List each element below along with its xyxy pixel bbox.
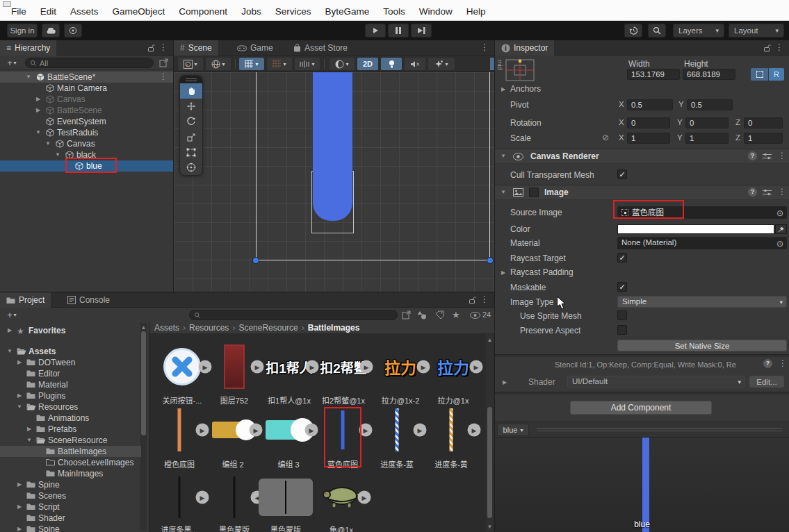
expand-sprites-icon[interactable]: ▶ [196,424,209,437]
pause-button[interactable] [388,24,409,38]
material-field[interactable]: None (Material) ⊙ [617,237,787,249]
measure-dropdown[interactable]: ▾ [295,58,320,70]
asset-thumbnail[interactable]: 拉力 [384,355,416,379]
project-folder-animations[interactable]: Animations [0,413,141,424]
grid-visibility-toggle[interactable]: ▾ [239,58,264,70]
open-search-window-icon[interactable] [159,58,168,67]
asset-thumbnail[interactable] [450,408,453,451]
create-button[interactable]: +▾ [3,58,21,68]
kebab-menu-icon[interactable]: ⋮ [159,72,168,81]
hierarchy-item-eventsystem[interactable]: EventSystem [0,116,173,127]
kebab-menu-icon[interactable]: ⋮ [159,43,168,51]
asset-thumbnail[interactable] [163,348,201,385]
menu-jobs[interactable]: Jobs [234,4,268,19]
project-folder-material[interactable]: Material [0,379,141,390]
help-icon[interactable]: ? [748,151,757,160]
hierarchy-item-main-camera[interactable]: Main Camera [0,83,173,94]
expand-sprites-icon[interactable]: ▶ [305,424,318,437]
foldout-arrow[interactable]: ▶ [499,267,507,279]
asset-thumbnail[interactable] [178,408,181,451]
rotation-z-field[interactable]: 0 [744,117,783,128]
hierarchy-item-canvas[interactable]: ▼Canvas [0,138,173,149]
expand-sprites-icon[interactable]: ▶ [468,424,481,437]
asset-thumbnail[interactable]: 拉力 [437,355,469,379]
menu-component[interactable]: Component [172,4,234,19]
foldout-arrow[interactable]: ▼ [24,72,33,83]
foldout-arrow[interactable]: ▶ [15,524,24,532]
kebab-menu-icon[interactable]: ⋮ [480,295,489,304]
expand-sprites-icon[interactable]: ▶ [414,424,427,437]
cloud-button[interactable] [42,24,60,38]
project-search-input[interactable] [189,310,398,320]
kebab-menu-icon[interactable]: ⋮ [778,151,786,160]
scale-z-field[interactable]: 1 [744,133,783,144]
raycast-padding-label[interactable]: Raycast Padding [510,267,574,277]
palette-drag-handle[interactable] [180,76,202,83]
foldout-arrow[interactable]: ▼ [25,435,33,446]
foldout-arrow[interactable]: ▶ [25,424,33,435]
raycast-target-checkbox[interactable]: ✓ [617,253,627,263]
expand-sprites-icon[interactable]: ▶ [250,424,263,437]
hierarchy-item-testraduis[interactable]: ▼TestRaduis [0,127,173,138]
project-folder-battleimages[interactable]: BattleImages [0,446,141,457]
search-by-type-icon[interactable] [417,310,427,319]
undo-history-button[interactable] [624,24,642,38]
search-input[interactable]: All [25,58,154,68]
project-folder-dotween[interactable]: ▶DOTween [0,357,141,368]
expand-sprites-icon[interactable]: ▶ [196,491,209,504]
breadcrumb-resources[interactable]: Resources [189,323,229,333]
expand-sprites-icon[interactable]: ▶ [470,360,483,374]
preview-drag-lines[interactable] [537,427,782,433]
expand-sprites-icon[interactable]: ▶ [417,360,430,374]
foldout-arrow[interactable]: ▼ [499,187,507,198]
shader-edit-button[interactable]: Edit... [749,376,784,388]
expand-sprites-icon[interactable]: ▶ [251,360,264,374]
scroll-up-icon[interactable]: ▲ [141,324,147,331]
expand-sprites-icon[interactable]: ▶ [359,424,373,437]
expand-sprites-icon[interactable]: ▶ [306,360,319,374]
kebab-menu-icon[interactable]: ⋮ [775,43,783,51]
blue-image-object[interactable] [313,72,352,221]
kebab-menu-icon[interactable]: ⋮ [480,43,489,51]
presets-icon[interactable] [763,188,772,197]
breadcrumb-battleimages[interactable]: BattleImages [308,323,360,333]
asset-thumbnail[interactable] [396,408,399,451]
tab-console[interactable]: Console [61,292,116,308]
foldout-arrow[interactable]: ▶ [15,390,24,401]
grid-scrollbar[interactable]: ▲ ▼ [486,334,494,532]
preview-header[interactable]: blue▾ [495,422,789,438]
link-scale-icon[interactable]: ⊘ [602,133,609,142]
object-picker-icon[interactable]: ⊙ [776,239,783,249]
tab-hierarchy[interactable]: ≡ Hierarchy [0,40,56,56]
foldout-arrow[interactable]: ▼ [499,151,507,162]
version-control-button[interactable] [64,24,82,38]
foldout-arrow[interactable]: ▶ [499,84,507,95]
effects-dropdown[interactable]: ▾ [428,58,455,70]
asset-thumbnail[interactable] [321,485,361,509]
scale-x-field[interactable]: 1 [627,133,670,144]
tree-scrollbar[interactable]: ▲ [140,323,147,531]
tab-inspector[interactable]: Inspector [495,40,554,56]
foldout-arrow[interactable]: ▶ [6,325,14,336]
sign-in-button[interactable]: Sign in [7,24,38,38]
scene-visibility-dropdown[interactable]: ▾ [206,58,231,70]
scroll-down-icon[interactable]: ▼ [487,524,493,530]
use-sprite-mesh-checkbox[interactable] [617,310,627,320]
foldout-arrow[interactable]: ▶ [34,94,42,105]
draw-mode-dropdown[interactable]: ▾ [178,58,203,70]
breadcrumb-assets[interactable]: Assets [154,323,179,333]
tab-asset-store[interactable]: Asset Store [287,40,354,56]
project-folder-mainimages[interactable]: MainImages [0,468,141,479]
kebab-menu-icon[interactable]: ⋮ [779,359,787,367]
asset-thumbnail[interactable] [341,410,345,449]
add-component-button[interactable]: Add Component [570,401,712,415]
menu-help[interactable]: Help [459,4,493,19]
project-folder-prefabs[interactable]: ▶Prefabs [0,424,141,435]
lock-icon[interactable] [763,44,771,52]
presets-icon[interactable] [763,152,772,160]
search-by-label-icon[interactable] [435,310,444,319]
menu-bytegame[interactable]: ByteGame [318,4,376,19]
anchors-label[interactable]: Anchors [510,84,541,94]
project-folder-sceneresource[interactable]: ▼SceneResource [0,435,141,446]
hierarchy-item-blue[interactable]: blue [0,160,173,172]
